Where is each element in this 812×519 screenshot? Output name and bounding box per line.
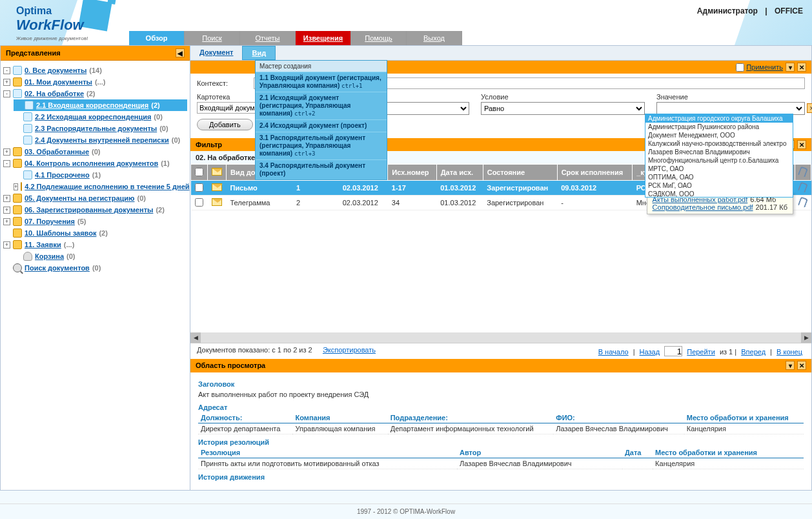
conditions-collapse-icon[interactable]: ▾ — [786, 63, 795, 72]
tree-item-label[interactable]: 4.2 Подлежащие исполнению в течение 5 дн… — [25, 183, 189, 190]
dropdown-item[interactable]: 3.1 Распорядительный документ (регистрац… — [256, 132, 387, 159]
dropdown-item[interactable]: 2.4 Исходящий документ (проект) — [256, 119, 387, 132]
conditions-close-icon[interactable]: ✕ — [797, 63, 806, 72]
tree-item[interactable]: Поиск документов (0) — [3, 262, 187, 274]
add-filter-button[interactable]: Добавить — [197, 119, 253, 130]
tree-item-label[interactable]: 05. Документы на регистрацию — [25, 194, 135, 202]
grid-col-header[interactable]: Исх.номер — [388, 165, 436, 181]
tree-item-label[interactable]: 06. Зарегистрированные документы — [25, 206, 153, 214]
tree-item-label[interactable]: 4.1 Просрочено — [35, 171, 90, 179]
grid-col-header[interactable] — [795, 165, 811, 181]
value-clear-icon[interactable]: ✕ — [807, 103, 812, 113]
filter-close-icon[interactable]: ✕ — [797, 140, 806, 149]
menu-document[interactable]: Документ — [190, 46, 242, 60]
tree-item-label[interactable]: 03. Обработанные — [25, 148, 89, 156]
preview-collapse-icon[interactable]: ▾ — [786, 361, 795, 370]
pager-end[interactable]: В конец — [776, 348, 802, 356]
tree-item-label[interactable]: 2.1 Входящая корреспонденция — [36, 101, 148, 109]
value-option[interactable]: РСК МиГ, ОАО — [645, 181, 793, 190]
value-option[interactable]: Документ Менеджмент, ООО — [645, 131, 793, 139]
pager-go[interactable]: Перейти — [687, 348, 715, 356]
dropdown-item[interactable]: 3.4 Распорядительный документ (проект) — [256, 159, 387, 179]
pager-back[interactable]: Назад — [640, 348, 660, 356]
tree-expand-icon[interactable]: + — [3, 218, 10, 225]
grid-hscrollbar[interactable]: ◀ ▶ — [190, 332, 811, 343]
tree-item-label[interactable]: 2.3 Распорядительные документы — [35, 125, 157, 132]
value-option[interactable]: Калужский научно-производственный электр… — [645, 139, 793, 148]
tree-item-label[interactable]: 10. Шаблоны заявок — [25, 229, 96, 237]
nav-tab[interactable]: Обзор — [129, 31, 185, 45]
value-option[interactable]: МРТС, ОАО — [645, 165, 793, 173]
nav-tab[interactable]: Извещения — [296, 31, 351, 45]
tree-expand-icon[interactable]: - — [3, 67, 10, 74]
grid-col-header[interactable] — [208, 165, 227, 181]
tree-item[interactable]: -02. На обработке (2) — [3, 88, 187, 99]
current-user[interactable]: Администратор — [697, 6, 758, 15]
tree-item-label[interactable]: 0. Все документы — [25, 66, 86, 74]
grid-col-header[interactable]: Дата исх. — [436, 165, 483, 181]
tree-item[interactable]: +11. Заявки (...) — [3, 239, 187, 250]
paperclip-icon[interactable] — [797, 196, 807, 207]
value-option[interactable]: Многофункциональный центр г.о.Балашиха — [645, 156, 793, 165]
attachment-link[interactable]: Сопроводительное письмо.pdf — [653, 203, 753, 211]
value-option[interactable]: Администрация городского округа Балашиха — [645, 114, 793, 123]
tree-item[interactable]: +03. Обработанные (0) — [3, 146, 187, 158]
apply-checkbox[interactable]: Применить — [736, 63, 783, 72]
scroll-left-icon[interactable]: ◀ — [190, 332, 201, 343]
tree-item[interactable]: +4.2 Подлежащие исполнению в течение 5 д… — [14, 181, 187, 192]
tree-item-label[interactable]: 04. Контроль исполнения документов — [25, 159, 158, 167]
tree-item-label[interactable]: 02. На обработке — [25, 90, 84, 97]
tree-item-label[interactable]: Поиск документов — [25, 264, 90, 272]
tree-item-label[interactable]: 07. Поручения — [25, 218, 75, 225]
tree-expand-icon[interactable]: + — [14, 183, 18, 190]
nav-tab[interactable]: Выход — [407, 31, 462, 45]
grid-col-header[interactable] — [191, 165, 208, 181]
condition-select[interactable]: Равно — [481, 102, 645, 115]
tree-item[interactable]: +07. Поручения (5) — [3, 216, 187, 227]
grid-col-header[interactable]: Состояние — [483, 165, 557, 181]
value-option[interactable]: Лазарев Вячеслав Владимирович — [645, 148, 793, 156]
pager-page-input[interactable] — [664, 346, 682, 356]
dropdown-item[interactable]: 2.1 Исходящий документ (регистрация, Упр… — [256, 92, 387, 119]
tree-item[interactable]: 2.1 Входящая корреспонденция (2) — [14, 99, 187, 111]
value-option[interactable]: Администрация Пушкинского района — [645, 123, 793, 131]
value-option[interactable]: ОПТИМА, ОАО — [645, 173, 793, 181]
tree-item-label[interactable]: 2.2 Исходящая корреспонденция — [35, 113, 151, 121]
preview-close-icon[interactable]: ✕ — [797, 361, 806, 370]
tree-expand-icon[interactable]: + — [3, 79, 10, 86]
office-label[interactable]: OFFICE — [775, 6, 803, 15]
tree-expand-icon[interactable]: + — [3, 148, 10, 156]
tree-expand-icon[interactable]: - — [3, 90, 10, 97]
tree-expand-icon[interactable]: + — [3, 207, 10, 214]
scroll-right-icon[interactable]: ▶ — [801, 332, 811, 343]
tree-item[interactable]: 2.3 Распорядительные документы (0) — [14, 123, 187, 134]
tree-item[interactable]: -0. Все документы (14) — [3, 65, 187, 76]
tree-expand-icon[interactable]: + — [3, 241, 10, 249]
value-option[interactable]: СЭДКОМ, ООО — [645, 190, 793, 198]
grid-col-header[interactable]: Срок исполнения — [557, 165, 633, 181]
tree-item[interactable]: +06. Зарегистрированные документы (2) — [3, 204, 187, 216]
tree-item[interactable]: +05. Документы на регистрацию (0) — [3, 192, 187, 204]
tree-expand-icon[interactable]: + — [3, 195, 10, 202]
tree-item-label[interactable]: 01. Мои документы — [25, 78, 92, 86]
nav-tab[interactable]: Поиск — [185, 31, 240, 45]
menu-view[interactable]: Вид — [242, 46, 276, 60]
nav-tab[interactable]: Помощь — [351, 31, 407, 45]
tree-item-label[interactable]: 11. Заявки — [25, 241, 61, 249]
tree-item[interactable]: 10. Шаблоны заявок (2) — [3, 227, 187, 239]
pager-begin[interactable]: В начало — [598, 348, 629, 356]
tree-item-label[interactable]: 2.4 Документы внутренней переписки — [35, 136, 169, 144]
tree-item[interactable]: +01. Мои документы (...) — [3, 76, 187, 88]
tree-expand-icon[interactable]: - — [3, 160, 10, 167]
tree-item[interactable]: 4.1 Просрочено (1) — [14, 169, 187, 181]
paperclip-icon[interactable] — [797, 181, 807, 192]
tree-item-label[interactable]: Корзина — [35, 252, 64, 260]
value-select[interactable] — [656, 102, 805, 115]
export-link[interactable]: Экспортировать — [323, 346, 376, 354]
sidebar-collapse-icon[interactable]: ◀ — [176, 48, 185, 57]
pager-fwd[interactable]: Вперед — [741, 348, 766, 356]
tree-item[interactable]: 2.4 Документы внутренней переписки (0) — [14, 134, 187, 146]
nav-tab[interactable]: Отчеты — [240, 31, 296, 45]
dropdown-item[interactable]: 1.1 Входящий документ (регистрация, Упра… — [256, 72, 387, 92]
tree-item[interactable]: 2.2 Исходящая корреспонденция (0) — [14, 111, 187, 123]
